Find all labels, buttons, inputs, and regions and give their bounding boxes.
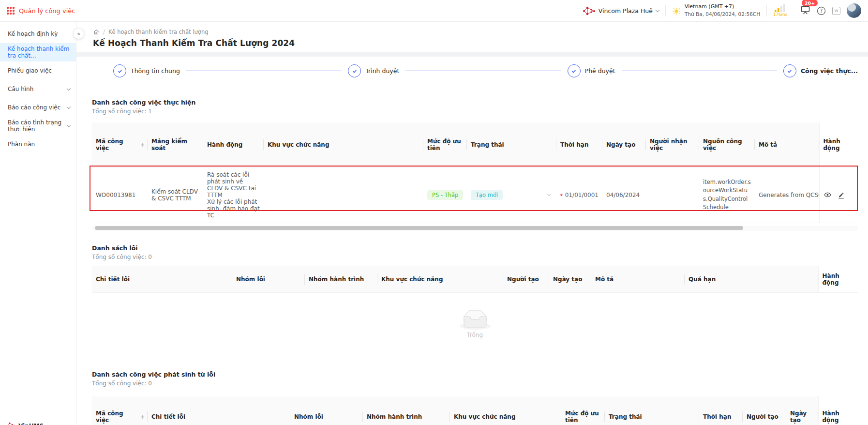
timezone-widget: Vietnam (GMT +7) Thứ Ba, 04/06/2024, 02:… — [672, 3, 760, 18]
vinhms-logo-icon — [6, 422, 15, 425]
home-icon[interactable] — [93, 29, 100, 35]
column-header-actions: Hành động — [819, 122, 858, 167]
content-gap — [76, 52, 868, 57]
sidebar-item-phieu-giao-viec[interactable]: Phiếu giao việc — [0, 61, 76, 80]
sort-icon[interactable]: ▲▼ — [141, 143, 144, 147]
horizontal-scrollbar[interactable] — [92, 226, 858, 231]
sidebar-item-bao-cao-cong-viec[interactable]: Báo cáo công việc — [0, 98, 76, 117]
notifications-button[interactable]: 20+ — [800, 5, 810, 16]
app-title: Quản lý công việc — [19, 7, 75, 15]
eye-icon — [823, 191, 832, 198]
sidebar-item-phan-nan[interactable]: Phàn nàn — [0, 135, 76, 153]
app-launcher-icon[interactable] — [7, 7, 15, 15]
column-header: Nhóm lỗi — [232, 266, 305, 293]
help-button[interactable]: ? — [817, 6, 826, 15]
column-header-actions: Hành động — [818, 396, 858, 425]
app-header: Quản lý công việc — [7, 7, 75, 15]
column-header: Ngày tạo — [602, 122, 646, 167]
monitor-icon — [800, 5, 810, 15]
status-dropdown-icon[interactable] — [547, 192, 551, 196]
vinhms-brand: VinHMS — [6, 422, 44, 425]
breadcrumb-separator: / — [103, 29, 105, 35]
step-trinh-duyet[interactable]: Trình duyệt — [348, 64, 399, 77]
edit-button[interactable] — [838, 191, 845, 199]
sidebar-item-cau-hinh[interactable]: Cấu hình — [0, 80, 76, 98]
column-header: Trạng thái — [467, 122, 556, 167]
sidebar-item-bao-cao-tinh-trang[interactable]: Báo cáo tình trạng thực hiện — [0, 117, 76, 135]
column-header: Quá hạn — [685, 266, 818, 293]
section-title: Danh sách công việc phát sinh từ lỗi — [92, 371, 863, 378]
org-selector[interactable]: Vincom Plaza Huế — [583, 6, 659, 15]
column-header: Khu vực chức năng — [377, 266, 503, 293]
column-header: Mảng kiểm soát — [148, 122, 203, 167]
status-badge[interactable]: Tạo mới — [471, 190, 503, 200]
column-header: Ngày tạo — [786, 396, 818, 425]
column-header: Nguồn công việc — [699, 122, 755, 167]
cell-control-area: Kiểm soát CLDV & CSVC TTTM — [148, 167, 203, 223]
clock-overdue-icon — [560, 191, 563, 198]
step-cong-viec-thuc-hien[interactable]: Công việc thực... — [783, 64, 858, 77]
notification-badge: 20+ — [802, 0, 818, 6]
section-error-list: Danh sách lỗi Tổng số công việc: 0 Chi t… — [92, 244, 863, 357]
cell-status: Tạo mới — [467, 167, 556, 223]
step-phe-duyet[interactable]: Phê duyệt — [568, 64, 615, 77]
cell-deadline: 01/01/0001 — [556, 167, 602, 223]
latency-value: 176ms — [773, 13, 787, 17]
column-header: Khu vực chức năng — [264, 122, 423, 167]
chevron-down-icon — [67, 105, 71, 108]
step-connector — [622, 71, 777, 72]
scrollbar-thumb[interactable] — [95, 226, 743, 230]
column-header: Chi tiết lỗi — [148, 396, 290, 425]
edit-pencil-icon — [838, 191, 845, 199]
section-work-list: Danh sách công việc thực hiện Tổng số cô… — [92, 99, 863, 231]
column-header: Thời hạn — [556, 122, 602, 167]
sidebar-menu: Kế hoạch định kỳ Kế hoạch thanh kiểm tra… — [0, 22, 76, 153]
column-header: Thời hạn — [699, 396, 743, 425]
column-header: Mã công việc ▲▼ — [92, 396, 148, 425]
step-connector — [405, 71, 561, 72]
page-title: Kế Hoạch Thanh Kiểm Tra Chất Lượng 2024 — [93, 38, 868, 48]
sidebar-collapse-button[interactable]: « — [73, 28, 84, 39]
column-header: Người tạo — [503, 266, 549, 293]
error-table-header-row: Chi tiết lỗi Nhóm lỗi Nhóm hành trình Kh… — [92, 266, 858, 293]
divider — [665, 5, 666, 16]
content-card: Thông tin chung Trình duyệt Phê duyệt — [84, 57, 863, 425]
column-header: Nhóm lỗi — [290, 396, 363, 425]
sidebar-item-ke-hoach-thanh-kiem-tra[interactable]: Kế hoạch thanh kiểm tra chất... — [0, 43, 76, 61]
column-header: Nhóm hành trình — [305, 266, 377, 293]
sort-icon[interactable]: ▲▼ — [141, 415, 144, 419]
cell-action-text: Rà soát các lỗi phát sinh về CLDV & CSVC… — [203, 167, 264, 223]
column-header: Chi tiết lỗi — [92, 266, 232, 293]
cell-priority: PS - Thấp — [423, 167, 467, 223]
sun-icon — [672, 6, 681, 15]
error-work-table-header-row: Mã công việc ▲▼ Chi tiết lỗi Nhóm lỗi Nh… — [92, 396, 858, 425]
breadcrumb-current[interactable]: Kế hoạch thanh kiểm tra chất lượng — [108, 29, 209, 35]
cell-description: Generates from QCS00013 — [755, 167, 819, 223]
chevron-down-icon — [656, 8, 659, 12]
cell-created-date: 04/06/2024 — [602, 167, 646, 223]
svg-text:?: ? — [820, 8, 823, 14]
view-button[interactable] — [823, 191, 832, 198]
main-content: / Kế hoạch thanh kiểm tra chất lượng Kế … — [76, 22, 868, 425]
column-header-actions: Hành động — [818, 266, 858, 293]
work-table-row[interactable]: WO00013981 Kiểm soát CLDV & CSVC TTTM Rà… — [92, 167, 858, 223]
language-switcher[interactable]: VI — [832, 7, 840, 15]
step-thong-tin-chung[interactable]: Thông tin chung — [113, 64, 180, 77]
step-check-icon — [783, 64, 796, 77]
column-header: Mức độ ưu tiên — [423, 122, 467, 167]
column-header: Trạng thái — [605, 396, 699, 425]
signal-bars-icon — [775, 4, 786, 12]
timezone-region: Vietnam (GMT +7) — [685, 3, 760, 11]
language-code: VI — [835, 9, 838, 13]
user-avatar[interactable] — [847, 3, 861, 18]
column-header: Nhóm hành trình — [363, 396, 450, 425]
question-circle-icon: ? — [817, 6, 826, 15]
sidebar-item-ke-hoach-dinh-ky[interactable]: Kế hoạch định kỳ — [0, 25, 76, 43]
section-total: Tổng số công việc: 0 — [92, 380, 863, 387]
work-table-wrap: Mã công việc ▲▼ Mảng kiểm soát Hành động… — [92, 122, 858, 231]
column-header: Người nhận việc — [646, 122, 699, 167]
vincom-logo-icon — [583, 6, 595, 15]
empty-label: Trống — [467, 332, 483, 338]
section-total: Tổng số công việc: 0 — [92, 254, 863, 260]
org-name: Vincom Plaza Huế — [599, 7, 653, 15]
